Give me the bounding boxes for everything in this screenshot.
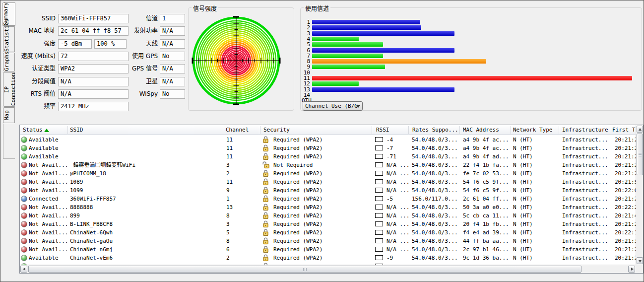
status-cell: Available bbox=[29, 144, 68, 152]
field-value[interactable]: N/A bbox=[160, 77, 185, 86]
form-field-row: 卫星 N/A bbox=[16, 77, 187, 86]
side-tab[interactable]: Graphs bbox=[3, 53, 15, 71]
network-type-cell: N (HT) bbox=[513, 245, 561, 254]
scrollbar-corner bbox=[636, 265, 643, 273]
arrow-left-icon bbox=[23, 268, 25, 271]
network-row[interactable]: Not Avail... 1089 11 bbox=[20, 178, 636, 186]
network-type-cell: N (HT) bbox=[513, 237, 561, 245]
field-label: WiSpy bbox=[129, 89, 158, 99]
first-time-cell: 20:21:2 bbox=[615, 254, 636, 262]
vertical-scroll-thumb[interactable] bbox=[637, 134, 643, 175]
channel-bar bbox=[312, 54, 383, 58]
horizontal-scrollbar[interactable] bbox=[20, 265, 636, 273]
field-value[interactable]: No bbox=[160, 89, 185, 99]
rates-cell: 54.0/48.0/3... bbox=[412, 237, 461, 245]
rssi-cell: N/A ... bbox=[386, 245, 410, 254]
side-tab[interactable]: IP Connection bbox=[3, 72, 15, 107]
channel-use-dropdown[interactable]: Channel Use (B/G bbox=[303, 101, 363, 111]
channel-bar bbox=[312, 81, 359, 86]
form-field-row: 发射功率 N/A bbox=[16, 26, 187, 36]
infrastructure-cell: Infrastruct... bbox=[562, 186, 612, 195]
first-time-cell: 20:22:2 bbox=[615, 203, 636, 212]
channel-bar-track bbox=[312, 37, 639, 41]
network-row[interactable]: Not Avail... B-LINK_FB8CF8 3 bbox=[20, 220, 636, 228]
mac-address-cell: 22 f4 1b fa... bbox=[463, 161, 512, 169]
rssi-bar-icon bbox=[375, 154, 383, 159]
network-row[interactable]: Available 11 bbox=[20, 144, 636, 152]
rssi-cell: N/A ... bbox=[386, 169, 410, 178]
network-type-cell: N (HT) bbox=[513, 228, 561, 237]
first-time-cell: 20:21:4 bbox=[615, 212, 636, 220]
networks-table-panel: Status SSID Channel Security RSSI Rates … bbox=[19, 125, 644, 274]
mac-address-cell: 20 f4 1b fb... bbox=[463, 220, 512, 228]
field-value[interactable]: 2412 MHz bbox=[58, 102, 129, 111]
form-field-row: 频率 2412 MHz bbox=[16, 102, 187, 111]
rates-cell: 54.0/48.0/3... bbox=[412, 245, 461, 254]
channel-bar bbox=[312, 31, 454, 36]
network-row[interactable]: Available 11 bbox=[20, 152, 636, 161]
channel-bar-track bbox=[312, 81, 639, 86]
security-cell: Not Required bbox=[273, 161, 368, 169]
side-tab[interactable]: Map bbox=[3, 107, 15, 123]
security-cell: Required (WPA2) bbox=[273, 186, 368, 195]
field-value[interactable]: N/A bbox=[160, 26, 185, 36]
ssid-cell bbox=[70, 136, 223, 144]
mac-address-cell: a4 9b 4f ac... bbox=[463, 144, 512, 152]
ssid-cell bbox=[70, 152, 223, 161]
network-row[interactable]: Not Avail... 8888888 13 bbox=[20, 203, 636, 212]
mac-address-cell: 54 f6 c5 9f... bbox=[463, 186, 512, 195]
rssi-cell: N/A ... bbox=[386, 178, 410, 186]
scroll-down-button[interactable] bbox=[637, 257, 643, 264]
chevron-down-icon bbox=[356, 105, 360, 108]
rssi-bar-icon bbox=[375, 213, 383, 218]
mac-address-cell: 54 f6 c5 9f... bbox=[463, 178, 512, 186]
ssid-cell: 899 bbox=[70, 212, 223, 220]
ssid-cell bbox=[70, 144, 223, 152]
scroll-left-button[interactable] bbox=[20, 266, 27, 273]
channel-cell: 5 bbox=[226, 228, 246, 237]
channel-bar bbox=[312, 42, 383, 47]
network-row[interactable]: Not Avail... 899 8 bbox=[20, 212, 636, 220]
field-value[interactable]: N/A bbox=[160, 64, 185, 73]
side-tab[interactable]: Statistics bbox=[3, 26, 15, 52]
channel-bar-row: 7 bbox=[302, 54, 639, 59]
field-label: 使用 GPS bbox=[129, 52, 158, 61]
status-cell: Not Avail... bbox=[29, 186, 68, 195]
channel-label: 2 bbox=[302, 25, 310, 30]
status-ball-icon bbox=[21, 179, 27, 185]
arrow-up-icon bbox=[639, 128, 642, 131]
network-row[interactable]: Not Avail... @PHICOMM_18 2 bbox=[20, 169, 636, 178]
horizontal-scroll-thumb[interactable] bbox=[28, 266, 581, 273]
network-row[interactable]: Available ChinaNet-vEm6 2 bbox=[20, 254, 636, 262]
first-time-cell: 20:21:2 bbox=[615, 195, 636, 203]
rssi-cell: -5 bbox=[386, 195, 410, 203]
rssi-cell: -4 bbox=[386, 136, 410, 144]
network-row[interactable]: Not Avail... ChinaNet-n6mj 6 bbox=[20, 245, 636, 254]
network-row[interactable]: Not Avail... 鍏嶈垂瀹㈡埛鍏变韩WiFi 3 bbox=[20, 161, 636, 169]
signal-strength-group: 信号强度 bbox=[188, 7, 294, 111]
field-label: GPS 信号 bbox=[129, 64, 158, 73]
network-row[interactable]: Not Avail... 1099 9 bbox=[20, 186, 636, 195]
network-row[interactable]: Available 11 bbox=[20, 136, 636, 144]
field-value[interactable]: No bbox=[160, 52, 185, 61]
ssid-cell: ChinaNet-gaQu bbox=[70, 237, 223, 245]
vertical-scrollbar[interactable] bbox=[636, 125, 643, 265]
rssi-cell: N/A ... bbox=[386, 161, 410, 169]
scroll-right-button[interactable] bbox=[628, 266, 635, 273]
mac-address-cell: fe 7c 02 53... bbox=[463, 169, 512, 178]
network-type-cell: N (HT) bbox=[513, 195, 561, 203]
field-value[interactable]: N/A bbox=[160, 39, 185, 49]
ssid-cell: B-LINK_FB8CF8 bbox=[70, 220, 223, 228]
channel-label: 5 bbox=[302, 42, 310, 47]
channel-usage-title: 使用信道 bbox=[304, 4, 330, 12]
first-time-cell: 20:21:2 bbox=[615, 220, 636, 228]
rssi-cell: N/A ... bbox=[386, 212, 410, 220]
first-time-cell: 20:22:0 bbox=[615, 186, 636, 195]
network-row[interactable]: Not Avail... ChinaNet-gaQu 8 bbox=[20, 237, 636, 245]
network-row[interactable]: Connected 360WiFi-FFF857 1 bbox=[20, 195, 636, 203]
network-row[interactable]: Not Avail... ChinaNet-6Qwh 5 bbox=[20, 228, 636, 237]
scroll-up-button[interactable] bbox=[637, 126, 643, 133]
status-ball-icon bbox=[21, 204, 27, 211]
security-cell: Required (WPA2) bbox=[273, 152, 368, 161]
field-value[interactable]: 1 bbox=[160, 14, 185, 23]
